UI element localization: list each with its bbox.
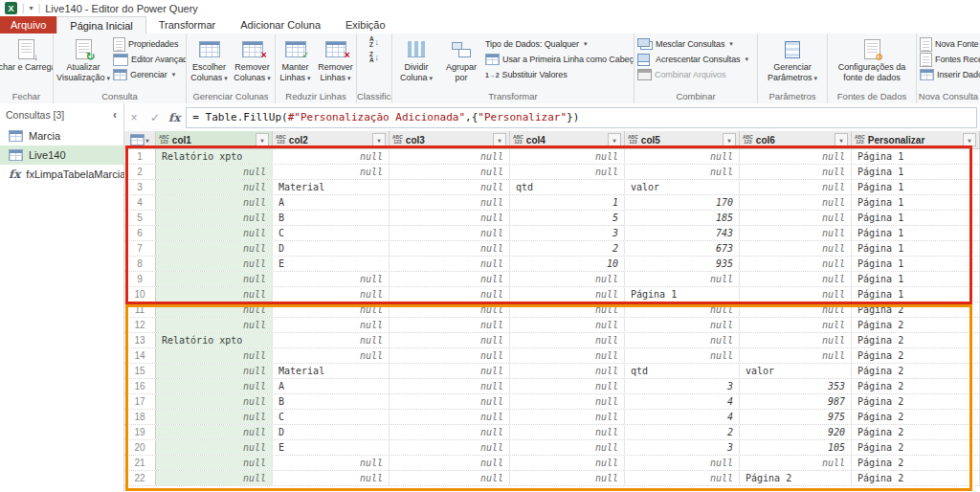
- cell[interactable]: valor: [625, 180, 740, 194]
- cell[interactable]: null: [625, 333, 740, 347]
- cell[interactable]: 170: [625, 195, 740, 210]
- cell[interactable]: null: [510, 471, 625, 485]
- column-type-icon[interactable]: ABC123: [159, 135, 169, 145]
- column-header-col3[interactable]: ABC123col3▾: [390, 131, 510, 148]
- cell[interactable]: null: [156, 211, 273, 225]
- cell[interactable]: null: [156, 165, 273, 179]
- cell[interactable]: null: [390, 394, 510, 409]
- cell[interactable]: Página 1: [852, 257, 980, 271]
- cell[interactable]: null: [156, 318, 273, 332]
- row-number[interactable]: 4: [124, 195, 156, 210]
- cell[interactable]: null: [390, 379, 510, 393]
- cell[interactable]: 2: [625, 425, 740, 439]
- cell[interactable]: null: [390, 257, 510, 271]
- sort-descending-button[interactable]: ZA ↓: [369, 51, 379, 64]
- cell[interactable]: null: [273, 348, 390, 363]
- cell[interactable]: null: [273, 333, 390, 347]
- cell[interactable]: null: [390, 440, 510, 455]
- cell[interactable]: Material: [273, 364, 390, 378]
- row-number[interactable]: 1: [124, 149, 156, 164]
- agrupar-por-button[interactable]: Agrupar por: [440, 35, 482, 83]
- cell[interactable]: 935: [625, 257, 740, 271]
- configuracoes-fonte-dados-button[interactable]: ⚙ Configurações da fonte de dados: [831, 35, 913, 83]
- cell[interactable]: Página 1: [852, 241, 980, 256]
- cell[interactable]: null: [273, 272, 390, 286]
- cell[interactable]: null: [273, 456, 390, 470]
- quick-access-dropdown-icon[interactable]: ▾: [30, 4, 33, 12]
- cell[interactable]: C: [273, 410, 390, 424]
- cell[interactable]: Página 1: [852, 226, 980, 240]
- cell[interactable]: 185: [625, 211, 740, 225]
- cell[interactable]: null: [156, 302, 273, 317]
- cell[interactable]: 920: [740, 425, 852, 439]
- cell[interactable]: null: [156, 471, 273, 485]
- cell[interactable]: null: [156, 287, 273, 302]
- cell[interactable]: null: [740, 257, 852, 271]
- cell[interactable]: null: [740, 272, 852, 286]
- cell[interactable]: E: [273, 257, 390, 271]
- cell[interactable]: Página 1: [852, 165, 980, 179]
- escolher-colunas-button[interactable]: Escolher Colunas▾: [189, 35, 230, 83]
- cell[interactable]: null: [273, 302, 390, 317]
- acrescentar-consultas-button[interactable]: Acrescentar Consultas▾: [637, 53, 748, 66]
- cell[interactable]: Página 2: [852, 410, 980, 424]
- nova-fonte-button[interactable]: Nova Fonte▾: [920, 37, 980, 51]
- row-number[interactable]: 17: [124, 394, 156, 409]
- fontes-recentes-button[interactable]: Fontes Recentes: [920, 53, 980, 66]
- cell[interactable]: B: [273, 394, 390, 409]
- cell[interactable]: null: [156, 379, 273, 393]
- cell[interactable]: Página 2: [852, 394, 980, 409]
- row-number[interactable]: 11: [124, 302, 156, 317]
- cell[interactable]: null: [740, 195, 852, 210]
- collapse-pane-icon[interactable]: ‹: [113, 108, 117, 122]
- cell[interactable]: null: [740, 149, 852, 164]
- cell[interactable]: null: [510, 410, 625, 424]
- gerenciar-parametros-button[interactable]: Gerenciar Parâmetros▾: [763, 35, 822, 83]
- cell[interactable]: 987: [740, 394, 852, 409]
- cell[interactable]: null: [156, 195, 273, 210]
- cell[interactable]: null: [510, 425, 625, 439]
- cell[interactable]: null: [740, 456, 852, 470]
- cell[interactable]: null: [625, 165, 740, 179]
- column-type-icon[interactable]: ABC123: [276, 135, 286, 145]
- filter-dropdown-icon[interactable]: ▾: [963, 133, 976, 146]
- column-type-icon[interactable]: ABC123: [743, 135, 753, 145]
- row-number[interactable]: 18: [124, 410, 156, 424]
- cell[interactable]: 10: [510, 257, 625, 271]
- cell[interactable]: Página 2: [852, 364, 980, 378]
- row-number[interactable]: 20: [124, 440, 156, 455]
- row-number[interactable]: 21: [124, 456, 156, 470]
- cell[interactable]: D: [273, 425, 390, 439]
- dividir-coluna-button[interactable]: Dividir Coluna▾: [395, 35, 437, 83]
- cell[interactable]: null: [390, 364, 510, 378]
- cell[interactable]: Página 1: [852, 180, 980, 194]
- cell[interactable]: null: [510, 440, 625, 455]
- row-number[interactable]: 3: [124, 180, 156, 194]
- cell[interactable]: null: [156, 440, 273, 455]
- cell[interactable]: null: [156, 425, 273, 439]
- cell[interactable]: Página 2: [852, 318, 980, 332]
- cell[interactable]: 105: [740, 440, 852, 455]
- filter-dropdown-icon[interactable]: ▾: [493, 133, 506, 146]
- row-number[interactable]: 2: [124, 165, 156, 179]
- cell[interactable]: null: [390, 195, 510, 210]
- cell[interactable]: Página 2: [740, 471, 852, 485]
- row-number[interactable]: 19: [124, 425, 156, 439]
- row-number[interactable]: 5: [124, 211, 156, 225]
- editor-avancado-button[interactable]: Editor Avançado: [113, 53, 187, 66]
- substituir-valores-button[interactable]: 1→2 Substituir Valores: [485, 68, 635, 81]
- cell[interactable]: null: [156, 364, 273, 378]
- column-header-Personalizar[interactable]: ABC123Personalizar▾: [852, 131, 980, 148]
- row-number[interactable]: 16: [124, 379, 156, 393]
- cell[interactable]: Página 1: [852, 211, 980, 225]
- column-type-icon[interactable]: ABC123: [513, 135, 523, 145]
- cell[interactable]: null: [273, 165, 390, 179]
- cell[interactable]: null: [510, 394, 625, 409]
- tab-exibicao[interactable]: Exibição: [333, 16, 398, 34]
- cell[interactable]: null: [510, 348, 625, 363]
- cell[interactable]: valor: [740, 364, 852, 378]
- row-number[interactable]: 13: [124, 333, 156, 347]
- cell[interactable]: null: [156, 257, 273, 271]
- column-type-icon[interactable]: ABC123: [392, 135, 403, 145]
- row-number[interactable]: 14: [124, 348, 156, 363]
